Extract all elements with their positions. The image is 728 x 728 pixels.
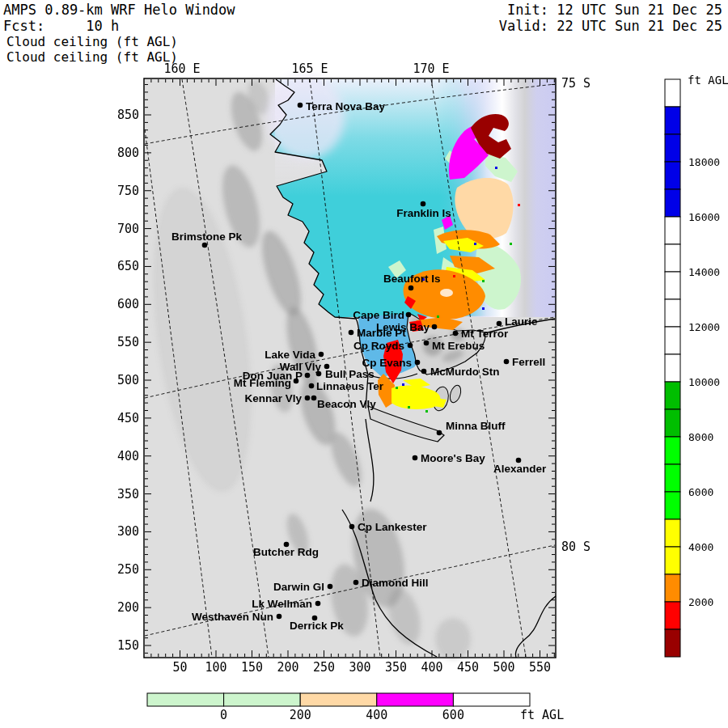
y-tick-label: 400 bbox=[117, 449, 139, 463]
station-label: Beacon Vly bbox=[317, 398, 376, 410]
map-plot: Terra Nova BayFranklin IsBrimstone PkBea… bbox=[117, 75, 556, 675]
station-label: Laurie bbox=[505, 315, 538, 328]
lon-label-165e: 165 E bbox=[291, 61, 328, 76]
bottom-colorbar-cell bbox=[147, 693, 224, 706]
x-tick-label: 450 bbox=[457, 660, 479, 675]
station-label: Lewis Bay bbox=[376, 321, 430, 333]
x-tick-label: 200 bbox=[277, 660, 298, 675]
station-dot bbox=[311, 396, 317, 401]
station-label: Cp Lankester bbox=[358, 521, 427, 533]
y-tick-label: 650 bbox=[117, 259, 139, 273]
bottom-colorbar-cell bbox=[453, 693, 530, 706]
station-dot bbox=[349, 330, 354, 336]
right-colorbar-cell bbox=[665, 519, 680, 547]
y-tick-label: 250 bbox=[117, 562, 139, 577]
station-dot bbox=[497, 321, 502, 327]
right-colorbar-cell bbox=[665, 574, 680, 602]
x-tick-label: 500 bbox=[493, 660, 514, 675]
station-dot bbox=[432, 324, 438, 330]
x-tick-label: 550 bbox=[529, 660, 551, 675]
right-colorbar-cell bbox=[665, 189, 680, 217]
header: AMPS 0.89-km WRF Helo Window Fcst: 10 h … bbox=[3, 2, 722, 65]
right-colorbar-cell bbox=[665, 162, 680, 189]
station-label: Mt Fleming bbox=[234, 377, 291, 389]
right-colorbar-cell bbox=[665, 492, 680, 519]
station-dot bbox=[328, 584, 333, 590]
y-tick-label: 200 bbox=[117, 600, 139, 615]
right-colorbar-cell bbox=[665, 134, 680, 162]
figure-title: AMPS 0.89-km WRF Helo Window bbox=[3, 2, 235, 18]
station-dot bbox=[319, 352, 324, 358]
right-colorbar-label: 2000 bbox=[688, 596, 713, 608]
station-label: Lake Vida bbox=[265, 349, 315, 361]
right-colorbar-title: ft AGL bbox=[688, 74, 728, 87]
right-colorbar-cell bbox=[665, 409, 680, 437]
bottom-colorbar-label: 400 bbox=[366, 708, 387, 722]
right-colorbar-cell bbox=[665, 464, 680, 492]
y-tick-label: 700 bbox=[117, 222, 139, 236]
station-dot bbox=[316, 371, 322, 377]
station-label: Cp Evans bbox=[362, 357, 412, 369]
station-dot bbox=[413, 455, 418, 461]
station-dot bbox=[421, 369, 427, 375]
station-label: Diamond Hill bbox=[362, 577, 429, 589]
y-tick-label: 550 bbox=[117, 335, 139, 349]
station-label: Cape Bird bbox=[353, 309, 404, 321]
station-dot bbox=[294, 379, 299, 384]
bottom-colorbar-unit: ft AGL bbox=[520, 708, 564, 722]
bottom-colorbar-label: 600 bbox=[442, 708, 464, 722]
y-tick-label: 350 bbox=[117, 487, 139, 502]
right-colorbar-label: 12000 bbox=[688, 321, 720, 333]
station-dot bbox=[504, 359, 510, 365]
amps-forecast-figure: AMPS 0.89-km WRF Helo Window Fcst: 10 h … bbox=[0, 0, 728, 728]
station-dot bbox=[277, 614, 282, 620]
field-name-1: Cloud ceiling (ft AGL) bbox=[6, 34, 178, 49]
right-colorbar-cell bbox=[665, 79, 680, 107]
lon-label-160e: 160 E bbox=[163, 61, 200, 76]
right-colorbar-label: 8000 bbox=[688, 431, 713, 443]
bottom-colorbar-label: 200 bbox=[290, 708, 311, 722]
station-dot bbox=[415, 360, 421, 366]
station-dot bbox=[437, 430, 442, 436]
right-colorbar-cell bbox=[665, 437, 680, 464]
station-dot bbox=[315, 601, 321, 607]
right-colorbar-cell bbox=[665, 299, 680, 327]
right-colorbar-cell bbox=[665, 629, 680, 657]
x-tick-label: 300 bbox=[349, 660, 370, 675]
lat-label-75s: 75 S bbox=[561, 76, 590, 91]
station-label: Franklin Is bbox=[396, 207, 451, 219]
x-tick-label: 50 bbox=[172, 660, 187, 675]
right-colorbar-label: 4000 bbox=[688, 541, 713, 553]
y-tick-label: 850 bbox=[117, 108, 139, 122]
valid-time: Valid: 22 UTC Sun 21 Dec 25 bbox=[499, 18, 722, 34]
right-colorbar-cell bbox=[665, 354, 680, 382]
right-colorbar-cell bbox=[665, 244, 680, 272]
right-colorbar-label: 18000 bbox=[688, 156, 720, 168]
station-label: Kennar Vly bbox=[244, 392, 302, 404]
x-tick-label: 250 bbox=[313, 660, 335, 675]
x-tick-label: 400 bbox=[421, 660, 442, 675]
y-tick-label: 750 bbox=[117, 184, 139, 198]
y-tick-label: 800 bbox=[117, 146, 139, 160]
right-colorbar-cell bbox=[665, 217, 680, 244]
station-label: Cp Royds bbox=[353, 340, 404, 352]
y-tick-label: 150 bbox=[117, 638, 139, 653]
station-dot bbox=[202, 243, 208, 248]
station-label: Bull Pass bbox=[325, 368, 375, 380]
station-label: Brimstone Pk bbox=[171, 231, 243, 243]
station-label: Alexander bbox=[493, 463, 547, 475]
init-time: Init: 12 UTC Sun 21 Dec 25 bbox=[507, 2, 722, 18]
right-colorbar-cell bbox=[665, 327, 680, 354]
station-label: Butcher Rdg bbox=[253, 546, 319, 558]
y-tick-label: 600 bbox=[117, 297, 139, 311]
x-tick-label: 100 bbox=[205, 660, 226, 675]
right-colorbar-cell bbox=[665, 382, 680, 409]
station-dot bbox=[408, 343, 413, 349]
station-label: Ferrell bbox=[512, 356, 545, 368]
station-dot bbox=[421, 201, 426, 207]
bottom-colorbar-cell bbox=[224, 693, 301, 706]
right-colorbar-cell bbox=[665, 547, 680, 574]
station-label: McMurdo Stn bbox=[430, 366, 500, 378]
forecast-hour: Fcst: 10 h bbox=[3, 18, 119, 34]
station-dot bbox=[406, 312, 412, 318]
